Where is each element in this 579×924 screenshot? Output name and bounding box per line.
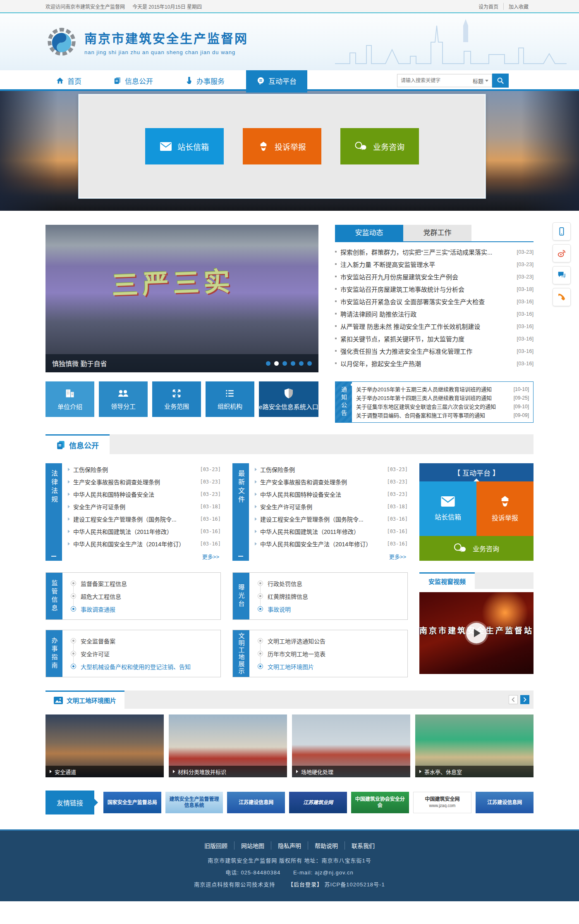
news-item[interactable]: 市安监站召开房屋建筑工地事故统计与分析会[03-18] xyxy=(335,283,534,295)
set-home-link[interactable]: 设为首页 xyxy=(474,3,504,10)
news-title[interactable]: 紧扣关键节点，紧抓关键环节，加大监管力度 xyxy=(340,334,513,343)
notice-title[interactable]: 关于举办2015年第十四期三类人员继续教育培训班的通知 xyxy=(356,394,510,402)
box-item-highlighted[interactable]: 文明工地环境图片 xyxy=(258,660,402,673)
box-item[interactable]: 安全监督备案 xyxy=(71,634,215,647)
box-item-highlighted[interactable]: 大型机械设备产权和使用的登记注销、告知 xyxy=(71,660,215,673)
latest-title[interactable]: 生产安全事故报告和调查处理条例 xyxy=(260,478,383,486)
law-title[interactable]: 中华人民共和国特种设备安全法 xyxy=(73,490,196,498)
complaint-report-tile[interactable]: 投诉举报 xyxy=(476,481,534,536)
box-item-label[interactable]: 安全监督备案 xyxy=(81,637,115,645)
link-national-safety-bureau[interactable]: 国家安全生产监督总局 xyxy=(103,792,161,813)
law-title[interactable]: 工伤保险条例 xyxy=(73,465,196,474)
box-item[interactable]: 超危大工程信息 xyxy=(71,590,215,603)
tile-organization[interactable]: 组织机构 xyxy=(206,381,254,417)
tile-business-scope[interactable]: 业务范围 xyxy=(152,381,201,417)
news-item[interactable]: 从严管理 防患未然 推动安全生产工作长效机制建设[03-16] xyxy=(335,320,534,332)
admin-login-link[interactable]: 【后台登录】 xyxy=(288,881,323,888)
video-thumbnail[interactable]: 南京市建筑安全生产监督站 xyxy=(419,592,534,674)
law-title[interactable]: 中华人民共和国建筑法（2011年修改） xyxy=(73,527,196,536)
play-icon[interactable] xyxy=(466,623,487,643)
tab-safety-news[interactable]: 安监动态 xyxy=(335,225,403,241)
footer-link-old-version[interactable]: 旧版回顾 xyxy=(198,841,234,850)
search-category-select[interactable]: 标题 xyxy=(470,77,488,85)
latest-item[interactable]: 安全生产许可证条例[03-18] xyxy=(255,500,408,513)
box-item-label[interactable]: 文明工地环境图片 xyxy=(268,662,314,671)
latest-title[interactable]: 建设工程安全生产管理条例（国务院令... xyxy=(260,515,383,523)
news-item[interactable]: 市安监站召开九月份房屋建筑安全生产例会[03-23] xyxy=(335,270,534,283)
law-title[interactable]: 生产安全事故报告和调查处理条例 xyxy=(73,478,196,486)
gallery-photo[interactable]: 茶水亭、休息室 xyxy=(415,714,534,777)
news-title[interactable]: 市安监站召开紧急会议 全面部署落实安全生产大检查 xyxy=(340,297,513,306)
box-item-label[interactable]: 超危大工程信息 xyxy=(81,592,121,600)
tab-party-work[interactable]: 党群工作 xyxy=(403,225,471,241)
news-item[interactable]: 强化责任担当 大力推进安全生产标准化管理工作[03-16] xyxy=(335,345,534,357)
latest-item[interactable]: 中华人民共和国建筑法（2011年修改）[03-16] xyxy=(255,525,408,538)
footer-link-help[interactable]: 帮助说明 xyxy=(308,841,345,850)
nav-item-info[interactable]: 信息公开 xyxy=(103,70,164,91)
latest-title[interactable]: 安全生产许可证条例 xyxy=(260,502,383,511)
law-item[interactable]: 生产安全事故报告和调查处理条例[03-23] xyxy=(68,476,221,488)
gallery-photo[interactable]: 场地硬化处理 xyxy=(292,714,410,777)
tab-gallery[interactable]: 文明工地环境图片 xyxy=(45,691,124,709)
news-item[interactable]: 紧扣关键节点，紧抓关键环节，加大监管力度[03-16] xyxy=(335,332,534,345)
photo-slider[interactable]: 三严三实 慎独慎微 勤于自省 xyxy=(45,225,318,372)
footer-link-privacy[interactable]: 隐私声明 xyxy=(271,841,308,850)
business-consult-tile[interactable]: 业务咨询 xyxy=(419,536,534,561)
latest-title[interactable]: 工伤保险条例 xyxy=(260,465,383,474)
box-item-label[interactable]: 安全许可证 xyxy=(81,650,110,658)
latest-more-link[interactable]: 更多>> xyxy=(255,552,408,560)
box-item-highlighted[interactable]: 事故调查通报 xyxy=(71,603,215,615)
collapse-minus-icon[interactable] xyxy=(238,556,243,557)
box-item[interactable]: 文明工地评选通知公告 xyxy=(258,634,402,647)
law-item[interactable]: 安全生产许可证条例[03-18] xyxy=(68,500,221,513)
link-construction-safety-system[interactable]: 建筑安全生产监督管理信息系统 xyxy=(165,792,223,813)
tab-video[interactable]: 安监视窗视频 xyxy=(419,572,475,589)
notice-item[interactable]: 关于举办2015年第十五期三类人员继续教育培训班的通知[10-10] xyxy=(356,385,529,393)
law-title[interactable]: 安全生产许可证条例 xyxy=(73,502,196,511)
notice-item[interactable]: 关于举办2015年第十四期三类人员继续教育培训班的通知[09-25] xyxy=(356,393,529,402)
business-consult-button[interactable]: 业务咨询 xyxy=(340,128,419,164)
box-item-label[interactable]: 大型机械设备产权和使用的登记注销、告知 xyxy=(81,662,191,671)
notice-title[interactable]: 关于举办2015年第十五期三类人员继续教育培训班的通知 xyxy=(356,385,510,393)
weibo-button[interactable] xyxy=(553,244,571,262)
nav-item-home[interactable]: 首页 xyxy=(45,70,92,91)
search-button[interactable] xyxy=(492,74,509,88)
nav-item-service[interactable]: 办事服务 xyxy=(175,70,235,91)
slider-dot[interactable] xyxy=(282,361,287,366)
news-title[interactable]: 探索创新，群策群力，切实把“三严三实”活动成果落实... xyxy=(340,248,513,256)
news-item[interactable]: 聘请法律顾问 助推依法行政[03-16] xyxy=(335,307,534,320)
footer-link-sitemap[interactable]: 网站地图 xyxy=(234,841,271,850)
complaint-report-button[interactable]: 投诉举报 xyxy=(243,128,321,164)
news-item[interactable]: 注入新力量 不断提高安监管理水平[03-23] xyxy=(335,258,534,270)
law-item[interactable]: 中华人民共和国特种设备安全法[03-23] xyxy=(68,488,221,500)
latest-item[interactable]: 生产安全事故报告和调查处理条例[03-23] xyxy=(255,476,408,488)
news-item[interactable]: 市安监站召开紧急会议 全面部署落实安全生产大检查[03-16] xyxy=(335,295,534,307)
law-item[interactable]: 中华人民共和国安全生产法（2014年修订）[03-16] xyxy=(68,538,221,550)
box-item-highlighted[interactable]: 事故说明 xyxy=(258,603,402,615)
nav-item-interact[interactable]: 互动平台 xyxy=(246,70,307,93)
footer-link-contact[interactable]: 联系我们 xyxy=(345,841,381,850)
latest-title[interactable]: 中华人民共和国建筑法（2011年修改） xyxy=(260,527,383,536)
mobile-version-button[interactable] xyxy=(553,222,571,241)
box-item[interactable]: 历年市文明工地一览表 xyxy=(258,647,402,660)
box-item[interactable]: 监督备案工程信息 xyxy=(71,577,215,590)
latest-title[interactable]: 中华人民共和国安全生产法（2014年修订） xyxy=(260,540,383,548)
news-title[interactable]: 市安监站召开九月份房屋建筑安全生产例会 xyxy=(340,272,513,281)
box-item[interactable]: 行政处罚信息 xyxy=(258,577,402,590)
link-jiangsu-construction-info[interactable]: 江苏建设信息网 xyxy=(227,792,285,813)
box-item[interactable]: 安全许可证 xyxy=(71,647,215,660)
law-title[interactable]: 建设工程安全生产管理条例（国务院令... xyxy=(73,515,196,523)
tile-leadership[interactable]: 领导分工 xyxy=(99,381,148,417)
news-title[interactable]: 以月促年，掀起安全生产热潮 xyxy=(340,359,513,368)
slider-dot[interactable] xyxy=(266,361,270,366)
collapse-minus-icon[interactable] xyxy=(51,556,56,557)
webmaster-mailbox-tile[interactable]: 站长信箱 xyxy=(419,481,476,536)
box-item-label[interactable]: 事故调查通报 xyxy=(81,605,115,613)
slider-dot[interactable] xyxy=(291,361,295,366)
news-title[interactable]: 聘请法律顾问 助推依法行政 xyxy=(340,310,513,318)
news-item[interactable]: 探索创新，群策群力，切实把“三严三实”活动成果落实...[03-23] xyxy=(335,245,534,258)
notice-title[interactable]: 关于调整项目编码、合同备案和施工许可等事项的通知 xyxy=(356,411,510,419)
notice-title[interactable]: 关于征集华东地区建筑安全联谊会三届六次会议论文的通知 xyxy=(356,402,510,410)
laws-more-link[interactable]: 更多>> xyxy=(68,552,221,560)
phone-contact-button[interactable] xyxy=(553,288,571,306)
